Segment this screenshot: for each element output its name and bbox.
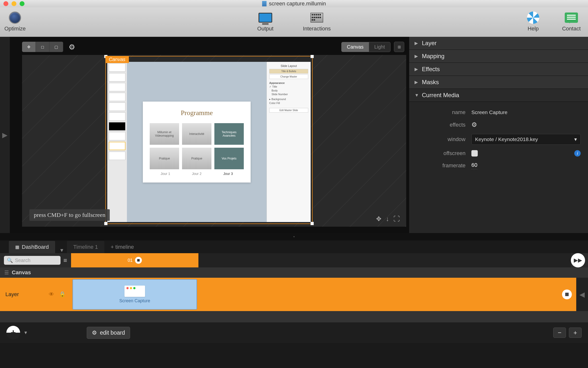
- window-title-text: screen capture.millumin: [269, 0, 326, 7]
- output-button[interactable]: Output: [257, 11, 273, 32]
- menu-button[interactable]: ≡: [63, 257, 67, 264]
- window-titlebar: screen capture.millumin: [0, 0, 588, 7]
- gear-icon: ⚙: [92, 329, 97, 336]
- light-tab[interactable]: Light: [369, 42, 390, 52]
- slide-tile: Vos Projets: [214, 148, 244, 169]
- stop-icon[interactable]: [135, 257, 142, 264]
- slide-tile: Techniques Avancées: [214, 123, 244, 145]
- window-select[interactable]: Keynote / Keynote2018.key ▾: [471, 134, 581, 145]
- canvas-selection-label: Canvas: [105, 56, 129, 63]
- fast-forward-button[interactable]: ▶▶: [571, 253, 585, 267]
- current-media-body: name Screen Capture effects ⚙ window Key…: [409, 102, 588, 233]
- canvas-row-label: Canvas: [12, 269, 31, 276]
- timeline-panel: 🔍 Search ≡ 01 ▶▶ ☰Canvas Layer 👁 🔒: [0, 253, 588, 322]
- offscreen-label: offscreen: [416, 150, 466, 157]
- layer-row-header[interactable]: Layer 👁 🔒: [0, 278, 71, 311]
- midi-keyboard-icon: [310, 13, 323, 23]
- document-title: screen capture.millumin: [262, 0, 326, 7]
- canvas-tab[interactable]: Canvas: [342, 42, 369, 52]
- maximize-window-button[interactable]: [20, 1, 24, 6]
- fullscreen-icon[interactable]: ⛶: [393, 215, 400, 223]
- bottom-bar: + ▼ ⚙ edit board − +: [0, 322, 588, 343]
- add-dropdown-icon[interactable]: ▼: [24, 330, 28, 335]
- resize-handle-tr[interactable]: [310, 55, 314, 58]
- day-label: Jour 3: [212, 172, 244, 176]
- left-panel-expander[interactable]: ▶: [0, 37, 10, 233]
- slide-tile: Pratique: [150, 148, 179, 169]
- edit-board-button[interactable]: ⚙ edit board: [87, 327, 130, 339]
- keynote-thumbnails: [107, 62, 127, 222]
- zoom-in-button[interactable]: +: [569, 328, 582, 338]
- traffic-lights: [3, 1, 24, 6]
- search-icon: 🔍: [7, 257, 13, 263]
- search-input[interactable]: 🔍 Search: [4, 256, 61, 265]
- media-clip[interactable]: Screen Capture: [73, 279, 197, 310]
- mapping-section-header[interactable]: ▶Mapping: [409, 50, 588, 63]
- day-label: Jour 2: [181, 172, 212, 176]
- media-name-value[interactable]: Screen Capture: [471, 109, 507, 115]
- add-layer-button[interactable]: +: [6, 326, 20, 340]
- column-number: 01: [128, 258, 133, 263]
- slide-title: Programme: [150, 109, 244, 117]
- search-placeholder: Search: [15, 258, 30, 263]
- offscreen-checkbox[interactable]: [471, 150, 478, 157]
- dashboard-tab[interactable]: ▦DashBoard: [9, 241, 55, 253]
- window-label: window: [416, 136, 466, 143]
- help-label: Help: [528, 26, 539, 32]
- monitor-icon: [258, 13, 272, 23]
- resize-handle-br[interactable]: [310, 222, 314, 225]
- masks-section-header[interactable]: ▶Masks: [409, 76, 588, 89]
- close-window-button[interactable]: [3, 1, 8, 6]
- grid-view-button[interactable]: ⊞: [394, 42, 404, 52]
- help-button[interactable]: Help: [526, 11, 540, 32]
- empty-track-row[interactable]: [0, 311, 588, 322]
- chat-icon: [565, 13, 578, 23]
- down-arrow-icon[interactable]: ↓: [386, 215, 389, 223]
- info-icon[interactable]: i: [574, 150, 581, 157]
- canvas-settings-button[interactable]: ⚙: [69, 43, 75, 51]
- effects-section-header[interactable]: ▶Effects: [409, 63, 588, 76]
- optimize-button[interactable]: Optimize: [4, 11, 26, 32]
- column-header-01[interactable]: 01: [71, 253, 198, 267]
- lifebuoy-icon: [527, 12, 539, 24]
- keynote-inspector: Slide Layout Title & Bullets Change Mast…: [267, 62, 311, 222]
- timeline-track-area[interactable]: [198, 253, 571, 267]
- resize-handle-bl[interactable]: [104, 222, 108, 225]
- layer-stop-button[interactable]: [562, 289, 572, 299]
- visibility-icon[interactable]: 👁: [49, 291, 54, 298]
- gauge-icon: [9, 12, 21, 24]
- properties-panel: ▶Layer ▶Mapping ▶Effects ▶Masks ▼Current…: [409, 37, 588, 233]
- add-timeline-button[interactable]: + timeline: [106, 241, 139, 253]
- layer-section-header[interactable]: ▶Layer: [409, 37, 588, 50]
- day-label: Jour 1: [150, 172, 181, 176]
- interactions-button[interactable]: Interactions: [303, 11, 331, 32]
- right-panel-expander[interactable]: ◀: [576, 278, 588, 311]
- current-media-section-header[interactable]: ▼Current Media: [409, 89, 588, 102]
- output-label: Output: [257, 26, 273, 32]
- transform-tool-button[interactable]: ✥: [22, 42, 36, 52]
- framerate-input[interactable]: 60: [471, 162, 477, 169]
- lock-icon[interactable]: 🔒: [59, 291, 66, 298]
- canvas-area: ✥ ◻ ▢ ⚙ Canvas Light ⊞: [10, 37, 409, 233]
- timeline1-tab[interactable]: Timeline 1: [67, 241, 104, 253]
- canvas-tool-group: ✥ ◻ ▢: [22, 42, 63, 52]
- chevron-down-icon: ▾: [574, 136, 577, 142]
- canvas-viewport[interactable]: Programme Millumin et Videomapping Inter…: [22, 55, 406, 227]
- move-icon[interactable]: ✥: [376, 215, 381, 223]
- document-icon: [262, 1, 267, 6]
- tab-dropdown[interactable]: ▼: [57, 248, 67, 253]
- mask-tool-button[interactable]: ▢: [49, 42, 63, 52]
- slide-tile: Pratique: [182, 148, 211, 169]
- contact-button[interactable]: Contact: [562, 11, 581, 32]
- minimize-window-button[interactable]: [12, 1, 16, 6]
- contact-label: Contact: [562, 26, 581, 32]
- canvas-selection-frame[interactable]: Programme Millumin et Videomapping Inter…: [105, 56, 313, 224]
- crop-tool-button[interactable]: ◻: [36, 42, 49, 52]
- effects-gear-button[interactable]: ⚙: [471, 121, 477, 129]
- layer-track[interactable]: [198, 278, 576, 311]
- window-thumbnail-icon: [124, 286, 145, 297]
- slide-tile: Millumin et Videomapping: [150, 123, 179, 145]
- zoom-out-button[interactable]: −: [553, 328, 566, 338]
- panel-divider[interactable]: •: [0, 233, 588, 240]
- grid-icon: ▦: [15, 244, 19, 250]
